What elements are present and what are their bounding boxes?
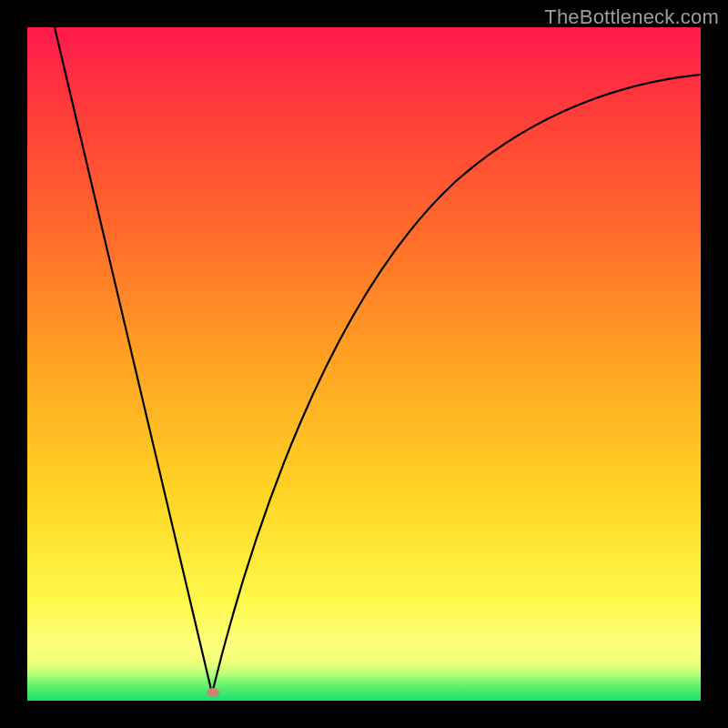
watermark-text: TheBottleneck.com [544,5,719,29]
chart-frame: TheBottleneck.com [0,0,728,728]
curve-svg [27,27,701,701]
bottleneck-curve-right [212,75,701,693]
minimum-marker [207,688,219,697]
bottleneck-curve-left [55,27,212,693]
plot-area [27,27,701,701]
